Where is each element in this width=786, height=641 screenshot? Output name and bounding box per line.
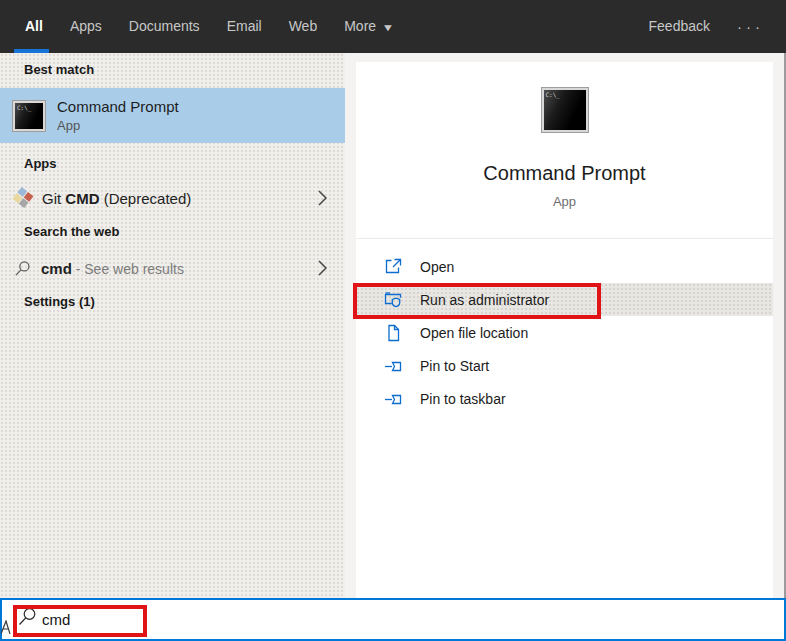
- command-prompt-icon: C:\_: [542, 88, 588, 132]
- pin-icon: [384, 357, 402, 375]
- windows-search-flyout: All Apps Documents Email Web More▼ Feedb…: [0, 0, 786, 641]
- chevron-right-icon[interactable]: [318, 260, 327, 276]
- tab-documents[interactable]: Documents: [129, 0, 200, 53]
- search-bar[interactable]: [0, 598, 786, 641]
- result-web-search[interactable]: cmd - See web results: [0, 251, 345, 285]
- results-pane: Best match C:\_ Command Prompt App Apps: [0, 53, 345, 598]
- search-icon: [17, 607, 37, 627]
- action-list: Open Run as administrator: [356, 250, 773, 415]
- best-match-header: Best match: [24, 62, 94, 77]
- action-run-as-administrator[interactable]: Run as administrator: [356, 283, 773, 316]
- search-icon: [14, 260, 31, 277]
- preview-pane: C:\_ Command Prompt App Open: [356, 62, 773, 598]
- settings-header: Settings (1): [24, 294, 95, 309]
- pin-icon: [384, 390, 402, 408]
- tab-web[interactable]: Web: [289, 0, 318, 53]
- tab-more[interactable]: More▼: [344, 0, 393, 53]
- result-subtitle: App: [57, 118, 179, 134]
- result-title: cmd - See web results: [41, 260, 184, 277]
- search-input[interactable]: [42, 600, 362, 639]
- chevron-right-icon[interactable]: [318, 190, 327, 206]
- file-location-icon: [384, 324, 402, 342]
- run-as-admin-shield-icon: [384, 291, 402, 309]
- action-pin-to-taskbar[interactable]: Pin to taskbar: [356, 382, 773, 415]
- apps-header: Apps: [24, 156, 57, 171]
- action-open[interactable]: Open: [356, 250, 773, 283]
- tab-all[interactable]: All: [25, 0, 43, 53]
- result-title: Command Prompt: [57, 97, 179, 116]
- result-title: Git CMD (Deprecated): [42, 190, 191, 207]
- chevron-down-icon: ▼: [382, 1, 395, 54]
- search-the-web-header: Search the web: [24, 224, 119, 239]
- search-results-area: Best match C:\_ Command Prompt App Apps: [0, 53, 786, 598]
- more-options-icon[interactable]: ···: [737, 0, 764, 53]
- action-open-file-location[interactable]: Open file location: [356, 316, 773, 349]
- action-pin-to-start[interactable]: Pin to Start: [356, 349, 773, 382]
- scrollbar-track[interactable]: [773, 53, 784, 598]
- tab-apps[interactable]: Apps: [70, 0, 102, 53]
- preview-app-title: Command Prompt: [356, 162, 773, 185]
- open-icon: [384, 258, 402, 276]
- divider: [356, 238, 773, 239]
- result-command-prompt[interactable]: C:\_ Command Prompt App: [0, 88, 345, 143]
- command-prompt-icon: C:\_: [13, 101, 45, 131]
- result-git-cmd[interactable]: Git CMD (Deprecated): [0, 180, 345, 216]
- git-icon: [12, 187, 34, 209]
- tab-email[interactable]: Email: [227, 0, 262, 53]
- search-filter-bar: All Apps Documents Email Web More▼ Feedb…: [0, 0, 786, 53]
- clipped-stray-glyph: [1, 620, 11, 635]
- feedback-button[interactable]: Feedback: [649, 0, 710, 53]
- preview-app-subtitle: App: [356, 194, 773, 209]
